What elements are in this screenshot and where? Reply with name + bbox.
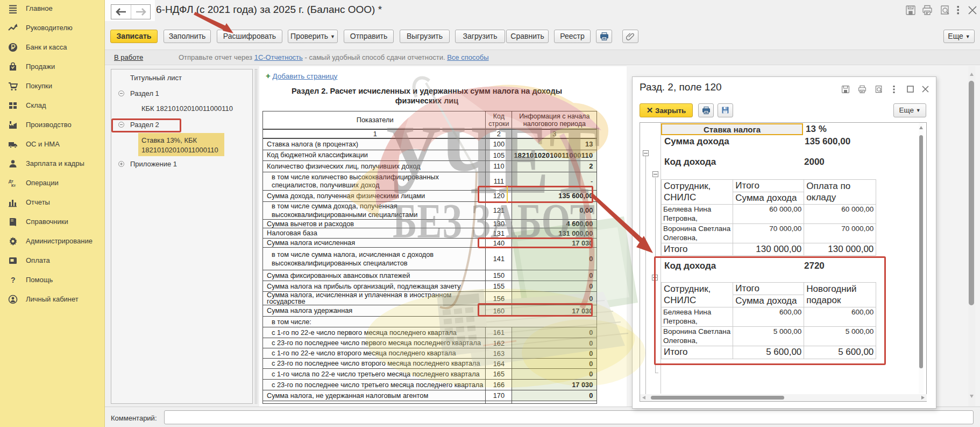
svg-text:Кт: Кт xyxy=(11,183,16,188)
svg-text:?: ? xyxy=(11,276,16,284)
